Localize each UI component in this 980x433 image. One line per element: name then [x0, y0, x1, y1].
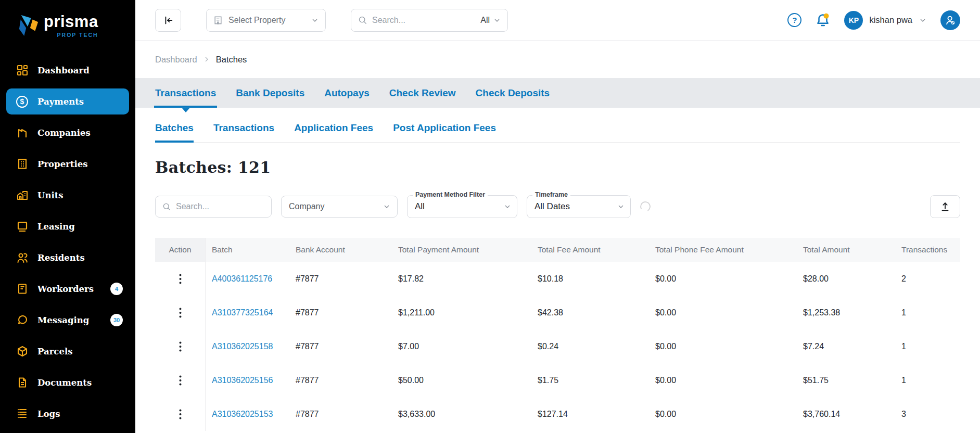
row-actions-button[interactable] — [174, 338, 187, 355]
column-header-total-payment-amount: Total Payment Amount — [392, 245, 531, 254]
row-actions-button[interactable] — [174, 406, 187, 423]
payment-method-filter[interactable]: Payment Method Filter All — [407, 195, 517, 218]
tab-label: Bank Deposits — [236, 87, 304, 99]
user-slash-icon — [945, 15, 956, 26]
notifications-bell-icon[interactable] — [815, 12, 831, 28]
row-actions-button[interactable] — [174, 304, 187, 321]
user-avatar: KP — [844, 11, 863, 30]
dollar-glyph: $ — [20, 97, 24, 106]
batches-table: Action Batch Bank Account Total Payment … — [155, 238, 960, 431]
subtab-batches[interactable]: Batches — [155, 122, 194, 142]
chevron-down-icon — [493, 16, 501, 24]
messaging-count-badge: 30 — [110, 314, 123, 326]
chevron-down-icon — [919, 16, 927, 24]
search-scope-select[interactable]: All — [480, 16, 501, 25]
row-actions-button[interactable] — [174, 372, 187, 389]
sidebar-collapse-button[interactable] — [155, 9, 181, 32]
total-amount-cell: $51.75 — [797, 376, 895, 385]
transactions-cell: 1 — [895, 376, 960, 385]
tab-label: Check Review — [389, 87, 456, 99]
export-upload-icon — [939, 201, 951, 212]
total-amount-cell: $3,760.14 — [797, 410, 895, 419]
sidebar-item-documents[interactable]: Documents — [6, 370, 129, 396]
documents-icon — [16, 376, 29, 389]
company-filter[interactable]: Company — [281, 196, 398, 218]
global-search-input[interactable] — [372, 16, 476, 25]
tab-check-review[interactable]: Check Review — [389, 78, 456, 108]
batch-link[interactable]: A310362025156 — [206, 376, 289, 385]
search-icon — [162, 202, 171, 211]
sidebar-item-label: Documents — [37, 378, 92, 388]
company-filter-value: Company — [289, 202, 383, 211]
sidebar-item-parcels[interactable]: Parcels — [6, 338, 129, 364]
batch-link[interactable]: A310362025158 — [206, 342, 289, 351]
column-header-bank-account: Bank Account — [289, 245, 392, 254]
total-fee-amount-cell: $1.75 — [531, 376, 649, 385]
row-actions-button[interactable] — [174, 271, 187, 287]
chevron-down-icon — [383, 202, 391, 211]
batch-link[interactable]: A400361125176 — [206, 274, 289, 284]
total-fee-amount-cell: $42.38 — [531, 308, 649, 317]
sidebar-item-label: Dashboard — [37, 66, 90, 75]
sidebar-item-properties[interactable]: Properties — [6, 151, 129, 177]
subtab-application-fees[interactable]: Application Fees — [294, 122, 373, 142]
export-button[interactable] — [930, 195, 960, 218]
table-row: A310362025153 #7877 $3,633.00 $127.14 $0… — [155, 397, 960, 431]
sidebar-item-units[interactable]: Units — [6, 182, 129, 208]
impersonation-button[interactable] — [940, 10, 960, 30]
breadcrumb-dashboard[interactable]: Dashboard — [155, 55, 197, 65]
active-tab-caret — [182, 108, 189, 112]
table-row: A400361125176 #7877 $17.82 $10.18 $0.00 … — [155, 262, 960, 296]
messaging-icon — [16, 314, 29, 327]
batch-link[interactable]: A310377325164 — [206, 308, 289, 317]
filters-bar: Company Payment Method Filter All Timefr… — [155, 195, 960, 218]
tab-bank-deposits[interactable]: Bank Deposits — [236, 78, 304, 108]
sidebar: prisma PROP TECH Dashboard $ Payments — [0, 0, 135, 433]
question-glyph: ? — [792, 16, 797, 24]
batch-link[interactable]: A310362025153 — [206, 410, 289, 419]
help-button[interactable]: ? — [787, 13, 801, 27]
user-menu[interactable]: KP kishan pwa — [844, 11, 927, 30]
sidebar-item-logs[interactable]: Logs — [6, 401, 129, 427]
total-fee-amount-cell: $127.14 — [531, 410, 649, 419]
global-search: All — [351, 9, 508, 32]
total-phone-fee-amount-cell: $0.00 — [649, 308, 797, 317]
tab-transactions[interactable]: Transactions — [155, 78, 216, 108]
sidebar-item-companies[interactable]: Companies — [6, 120, 129, 146]
prisma-cube-icon — [18, 14, 40, 37]
table-header-row: Action Batch Bank Account Total Payment … — [155, 238, 960, 262]
sidebar-item-messaging[interactable]: Messaging 30 — [6, 307, 129, 333]
tab-label: Check Deposits — [476, 87, 550, 99]
chevron-down-icon — [311, 16, 319, 24]
table-body: A400361125176 #7877 $17.82 $10.18 $0.00 … — [155, 262, 960, 431]
companies-icon — [16, 126, 29, 139]
payment-method-filter-value: All — [415, 201, 503, 212]
bank-account-cell: #7877 — [289, 308, 392, 317]
total-phone-fee-amount-cell: $0.00 — [649, 274, 797, 284]
bank-account-cell: #7877 — [289, 376, 392, 385]
loading-spinner-icon — [639, 200, 652, 213]
kebab-menu-icon — [179, 341, 182, 352]
total-phone-fee-amount-cell: $0.00 — [649, 342, 797, 351]
sidebar-item-workorders[interactable]: Workorders 4 — [6, 276, 129, 302]
table-search-input[interactable] — [176, 202, 265, 211]
sidebar-item-payments[interactable]: $ Payments — [6, 88, 129, 114]
total-fee-amount-cell: $0.24 — [531, 342, 649, 351]
timeframe-filter[interactable]: Timeframe All Dates — [527, 195, 631, 218]
property-select[interactable]: Select Property — [206, 9, 326, 32]
workorders-count-badge: 4 — [110, 283, 123, 295]
sidebar-item-label: Units — [37, 190, 63, 200]
properties-icon — [16, 158, 29, 171]
sidebar-item-residents[interactable]: Residents — [6, 245, 129, 271]
tab-autopays[interactable]: Autopays — [324, 78, 370, 108]
building-icon — [213, 15, 223, 26]
sidebar-item-dashboard[interactable]: Dashboard — [6, 57, 129, 83]
subtab-transactions[interactable]: Transactions — [213, 122, 274, 142]
tab-check-deposits[interactable]: Check Deposits — [476, 78, 550, 108]
sidebar-item-leasing[interactable]: Leasing — [6, 213, 129, 239]
kebab-menu-icon — [179, 375, 182, 386]
total-payment-amount-cell: $17.82 — [392, 274, 531, 284]
subtab-post-application-fees[interactable]: Post Application Fees — [393, 122, 496, 142]
transactions-cell: 1 — [895, 342, 960, 351]
sidebar-item-label: Leasing — [37, 222, 75, 232]
